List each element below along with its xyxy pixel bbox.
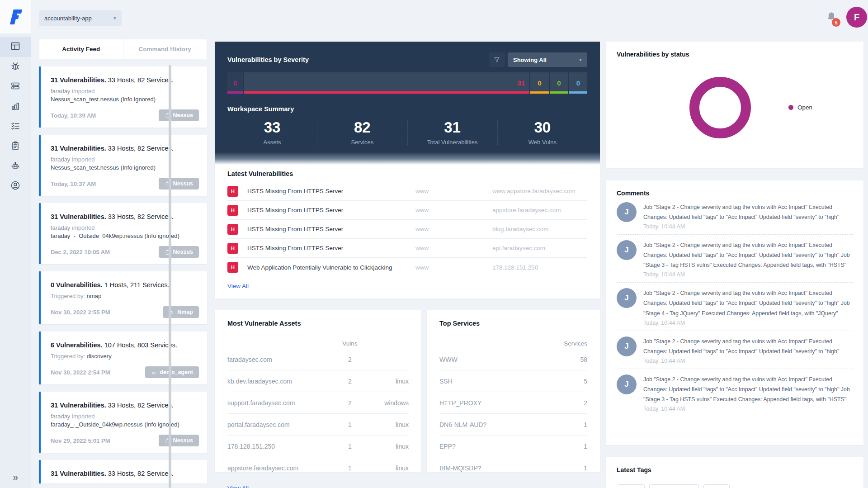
- feed-card-date: Nov 30, 2022 2:54 PM: [51, 369, 110, 376]
- main-column: Vulnerabilities by Severity Showing All …: [215, 42, 600, 472]
- sidebar-item-dashboard[interactable]: [0, 37, 31, 57]
- severity-segment-info[interactable]: 0: [569, 72, 587, 94]
- vulnerability-row[interactable]: H Web Application Potentially Vulnerable…: [227, 258, 587, 277]
- workspace-name: accountability-app: [44, 15, 92, 22]
- severity-segment-high[interactable]: 31: [244, 72, 529, 94]
- tag-pill[interactable]: [617, 484, 645, 488]
- feed-card-byline: faraday imported: [51, 88, 199, 95]
- stat-label: Services: [351, 139, 373, 146]
- severity-chip: H: [227, 205, 238, 216]
- vuln-target: api.faradaysec.com: [492, 245, 587, 251]
- asset-name: 178.128.151.250: [227, 443, 336, 450]
- feed-scrollbar[interactable]: [169, 65, 171, 488]
- tag-pill[interactable]: [649, 484, 699, 488]
- feed-card[interactable]: 31 Vulnerabilities. 33 Hosts, 82 Service…: [39, 66, 207, 128]
- funnel-icon: [493, 56, 500, 63]
- stat-web-vulns: 30 Web Vulns: [498, 119, 587, 146]
- feed-card-byline: faraday imported: [51, 413, 199, 420]
- tab-command-history[interactable]: Command History: [123, 39, 207, 59]
- latest-tags-card: Latest Tags: [606, 457, 863, 488]
- vulnerability-row[interactable]: H HSTS Missing From HTTPS Server www blo…: [227, 220, 587, 239]
- service-name: HTTP_PROXY: [439, 399, 560, 407]
- vuln-service: www: [415, 245, 492, 251]
- service-name: EPP?: [439, 443, 560, 450]
- feed-card[interactable]: 31 Vulnerabilities. 33 Hosts, 82 Service…: [39, 392, 207, 453]
- feed-card[interactable]: 0 Vulnerabilities. 1 Hosts, 211 Services…: [39, 271, 207, 324]
- asset-os: linux: [363, 443, 409, 450]
- severity-segment-low[interactable]: 0: [550, 72, 568, 94]
- sidebar-item-users[interactable]: [0, 176, 31, 196]
- workspace-summary-title: Workspace Summary: [227, 105, 587, 113]
- feed-card-trigger: Triggered by: discovery: [51, 353, 199, 360]
- chevron-down-icon: ▾: [113, 15, 116, 21]
- workspace-selector[interactable]: accountability-app ▾: [39, 10, 122, 26]
- asset-row[interactable]: appstore.faradaysec.com 1 linux: [227, 457, 409, 479]
- comment-text: Job "Stage 2 - Change severity and tag t…: [643, 202, 853, 222]
- feed-card-byline: faraday imported: [51, 156, 199, 163]
- sidebar-item-agents[interactable]: [0, 156, 31, 176]
- sidebar-item-reports[interactable]: [0, 137, 31, 156]
- column-header-vulns: Vulns: [336, 340, 363, 347]
- asset-row[interactable]: portal.faradaysec.com 1 linux: [227, 414, 409, 436]
- sidebar-nav: [0, 37, 31, 196]
- feed-card[interactable]: 6 Vulnerabilities. 107 Hosts, 803 Servic…: [39, 332, 207, 384]
- service-name: DN6-NLM-AUD?: [439, 421, 560, 428]
- stat-value: 33: [264, 119, 281, 136]
- sidebar: »: [0, 0, 31, 488]
- service-name: SSH: [439, 378, 560, 385]
- vuln-name: HSTS Missing From HTTPS Server: [247, 245, 415, 251]
- severity-chip: H: [227, 224, 238, 235]
- vuln-name: HSTS Missing From HTTPS Server: [247, 226, 415, 232]
- sidebar-item-analytics[interactable]: [0, 97, 31, 117]
- latest-tags-title: Latest Tags: [617, 466, 853, 474]
- sidebar-item-vulnerabilities[interactable]: [0, 57, 31, 77]
- sidebar-item-assets[interactable]: [0, 77, 31, 97]
- faraday-logo[interactable]: [0, 0, 31, 33]
- asset-row[interactable]: faradaysec.com 2: [227, 349, 409, 370]
- view-all-vulnerabilities-link[interactable]: View All: [227, 283, 249, 289]
- workspace-summary-stats: 33 Assets 82 Services 31 Total Vulnerabi…: [227, 119, 587, 146]
- severity-filter-select[interactable]: Showing All ▾: [508, 52, 587, 67]
- service-count: 58: [560, 356, 587, 363]
- feed-card-title: 31 Vulnerabilities. 33 Hosts, 82 Service…: [51, 470, 199, 477]
- tag-pill[interactable]: [703, 484, 730, 488]
- asset-vulns: 2: [336, 399, 363, 407]
- view-all-assets-link[interactable]: View All: [227, 485, 249, 488]
- asset-row[interactable]: 178.128.151.250 1 linux: [227, 436, 409, 457]
- vuln-service: www: [415, 207, 492, 213]
- filter-button[interactable]: [489, 52, 505, 67]
- tags-row: [617, 484, 853, 488]
- service-row: WWW 58: [439, 349, 587, 370]
- sidebar-item-planner[interactable]: [0, 117, 31, 137]
- feed-card[interactable]: 31 Vulnerabilities. 33 Hosts, 82 Service…: [39, 460, 207, 483]
- feed-card[interactable]: 31 Vulnerabilities. 33 Hosts, 82 Service…: [39, 203, 207, 264]
- service-count: 1: [560, 421, 587, 428]
- vulnerability-row[interactable]: H HSTS Missing From HTTPS Server www api…: [227, 239, 587, 258]
- clipboard-icon: [10, 140, 21, 153]
- feed-card[interactable]: 31 Vulnerabilities. 33 Hosts, 82 Service…: [39, 135, 207, 196]
- asset-row[interactable]: support.faradaysec.com 2 windows: [227, 392, 409, 414]
- faraday-dashboard: » accountability-app ▾ 5 F Activity Feed…: [0, 0, 868, 488]
- vuln-service: www: [415, 226, 492, 232]
- comment-text: Job "Stage 2 - Change severity and tag t…: [643, 336, 853, 356]
- stat-total-vulnerabilities: 31 Total Vulnerabilities: [408, 119, 497, 146]
- severity-segment-critical[interactable]: 0: [227, 72, 243, 94]
- comment-avatar: J: [617, 336, 637, 356]
- user-avatar[interactable]: F: [846, 7, 867, 28]
- comment-item: J Job "Stage 2 - Change severity and tag…: [617, 197, 853, 234]
- asset-vulns: 2: [336, 378, 363, 385]
- vulnerability-row[interactable]: H HSTS Missing From HTTPS Server www www…: [227, 182, 587, 201]
- severity-segment-medium[interactable]: 0: [530, 72, 549, 94]
- severity-count-high: 31: [517, 79, 525, 87]
- feed-card-date: Today, 10:39 AM: [51, 112, 96, 119]
- status-card-title: Vulnerabilities by status: [617, 51, 853, 58]
- column-header-services: Services: [560, 340, 587, 347]
- sidebar-expand-button[interactable]: »: [0, 472, 31, 483]
- comment-text: Job "Stage 2 - Change severity and tag t…: [643, 288, 853, 318]
- tab-activity-feed[interactable]: Activity Feed: [39, 39, 123, 59]
- vulnerability-row[interactable]: H HSTS Missing From HTTPS Server www app…: [227, 201, 587, 220]
- chevron-down-icon: ▾: [579, 57, 582, 63]
- feed-card-date: Dec 2, 2022 10:05 AM: [51, 249, 110, 256]
- asset-vulns: 2: [336, 356, 363, 363]
- asset-row[interactable]: kb.dev.faradaysec.com 2 linux: [227, 370, 409, 392]
